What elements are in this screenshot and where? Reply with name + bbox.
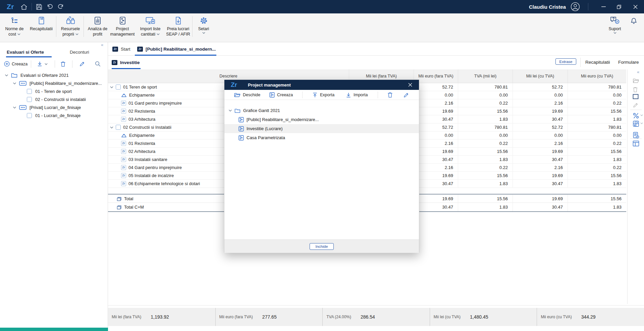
search-button[interactable] [95,61,101,67]
exporta-button[interactable]: Exporta [312,90,334,100]
active-tab-underline [112,68,141,69]
cell-value: 2.16 [513,140,568,147]
checkbox[interactable] [27,89,32,94]
ribbon-item-import-liste-cantitati[interactable]: Import liste cantitati [137,15,164,40]
column-header-mii-euro-fara-tva[interactable]: Mii euro (fara TVA) [414,69,458,83]
inchide-button[interactable]: Inchide [310,243,333,250]
tree-item-public-reabilitare[interactable]: [Public] Reabilitare_si_modernizare... [0,79,108,87]
download-button[interactable] [37,61,48,67]
sidebar-tab-deconturi[interactable]: Deconturi [70,50,89,55]
close-button[interactable] [627,2,644,12]
chevron-down-icon[interactable] [13,106,16,109]
delete-button[interactable] [387,90,393,100]
app-logo: Zr [7,3,14,11]
extrase-button[interactable]: Extrase [555,58,576,65]
edit-button[interactable] [79,61,85,67]
tree-item-02-constructii-si-instalatii[interactable]: 02 - Constructii si instalatii [0,95,108,103]
ribbon-toolbar: Norme de cost Recapitulatii Resursele pr… [0,13,644,42]
tree-item-privat-lucrari-de-finisaje[interactable]: [Privat] Lucrari_de_finisaje [0,103,108,111]
zr-document-icon [121,109,126,114]
zr-badge-icon [137,47,143,52]
table-layout-icon[interactable] [633,141,639,147]
creeaza-button[interactable]: Creeaza [269,90,293,100]
cell-value: 30.47 [513,156,568,163]
tree-item-casa-parametrizata[interactable]: Casa Parametrizata [224,133,419,142]
tree-item-01-lucrari-de-finisaje[interactable]: 01 - Lucrari_de_finisaje [0,111,108,119]
ribbon-item-preia-lucrari-seap-afir[interactable]: Preia lucrari SEAP / AFIR [164,15,192,40]
trash-icon[interactable] [633,87,638,93]
deschide-button[interactable]: Deschide [234,90,260,100]
redo-icon[interactable] [55,2,66,12]
percent-icon[interactable] [633,112,639,119]
row-label: 03 Instalatii sanitare [128,157,167,162]
row-label: 01 Rezistenta [128,141,155,146]
chevron-down-icon[interactable] [5,74,8,76]
zr-document-icon [121,157,126,162]
zr-document-icon [121,165,126,170]
tree-item-public-reabilitare[interactable]: [Public] Reabilitare_si_modernizare... [224,115,419,124]
chevron-down-icon[interactable] [640,114,643,116]
ribbon-item-resursele-proprii[interactable]: Resursele proprii [58,15,83,40]
chevron-down-icon[interactable] [640,122,643,124]
zr-document-icon [121,101,126,106]
tab-public-reabilitare[interactable]: [Public] Reabilitare_si_modern... [137,42,216,56]
column-header-tva-mii-lei[interactable]: TVA (mii lei) [458,69,513,83]
undo-icon[interactable] [45,2,55,12]
create-button[interactable]: Creeaza [4,61,28,67]
ribbon-item-analiza-de-profit[interactable]: Analiza de profit [85,15,110,40]
notifications-bell[interactable] [628,15,639,40]
cell-value: 19.69 [414,148,458,155]
formulare-view-link[interactable]: Formulare [618,60,639,65]
folder-open-icon[interactable] [633,78,639,84]
chevron-down-icon[interactable] [13,82,16,85]
restore-button[interactable] [611,2,627,12]
pencil-icon[interactable] [633,102,638,108]
cell-value: 15.56 [458,107,513,115]
zr-badge-icon [112,60,117,65]
tree-item-01-teren-de-sport[interactable]: 01 - Teren de sport [0,87,108,95]
ribbon-item-recapitulatii[interactable]: Recapitulatii [28,15,54,40]
home-icon[interactable] [19,2,30,12]
checkbox[interactable] [27,113,32,118]
minimize-button[interactable] [596,2,611,12]
column-header-mii-lei-cu-tva[interactable]: Mii lei (cu TVA) [513,69,568,83]
tree-item-grafice-gantt-2021[interactable]: Grafice Gantt 2021 [224,106,419,115]
panel-collapse-icon[interactable]: « [637,70,639,74]
report-calculator-icon[interactable] [633,132,639,139]
recapitulatii-view-link[interactable]: Recapitulatii [585,60,610,65]
delete-button[interactable] [60,61,66,67]
edit-button[interactable] [403,90,409,100]
dialog-close-icon[interactable] [406,80,414,90]
ribbon-item-suport[interactable]: Suport [604,15,626,40]
save-icon[interactable] [34,2,45,12]
tab-start[interactable]: Start [112,42,130,56]
cell-value: 2.16 [414,140,458,147]
tree-item-evaluari-si-ofertare-2021[interactable]: Evaluari si Ofertare 2021 [0,71,108,79]
separator [31,60,31,68]
checkbox[interactable] [116,85,121,90]
ribbon-item-setari[interactable]: Setari [194,15,214,40]
sidebar-tab-evaluari-si-oferte[interactable]: Evaluari si Oferte [7,50,44,55]
importa-button[interactable]: Importa [346,90,368,100]
ribbon-item-norme-de-cost[interactable]: Norme de cost [2,15,27,40]
user-name[interactable]: Claudiu Cristea [529,4,566,10]
cell-value: 30.47 [513,115,568,123]
tab-investitie[interactable]: Investitie [112,56,140,69]
cell-value: 780.81 [568,83,626,91]
chevron-down-icon[interactable] [228,109,232,112]
ribbon-item-project-management[interactable]: Project management [108,15,137,40]
search-icon [95,61,101,67]
dialog-footer: Inchide [224,239,419,253]
cell-value: 0.00 [458,91,513,99]
selection-rectangle-icon[interactable] [633,94,639,99]
chevron-down-icon[interactable] [110,86,113,88]
calculator-icon[interactable] [633,120,639,127]
sidebar-collapse-icon[interactable]: « [101,43,103,47]
row-label: 01 Teren de sport [123,85,157,90]
avatar[interactable] [570,2,581,12]
column-header-mii-euro-cu-tva[interactable]: Mii euro (cu TVA) [568,69,626,83]
chevron-down-icon[interactable] [110,126,113,128]
tree-item-investitie-lucrare[interactable]: Investitie (Lucrare) [224,124,419,133]
checkbox[interactable] [27,97,32,102]
checkbox[interactable] [116,125,121,130]
